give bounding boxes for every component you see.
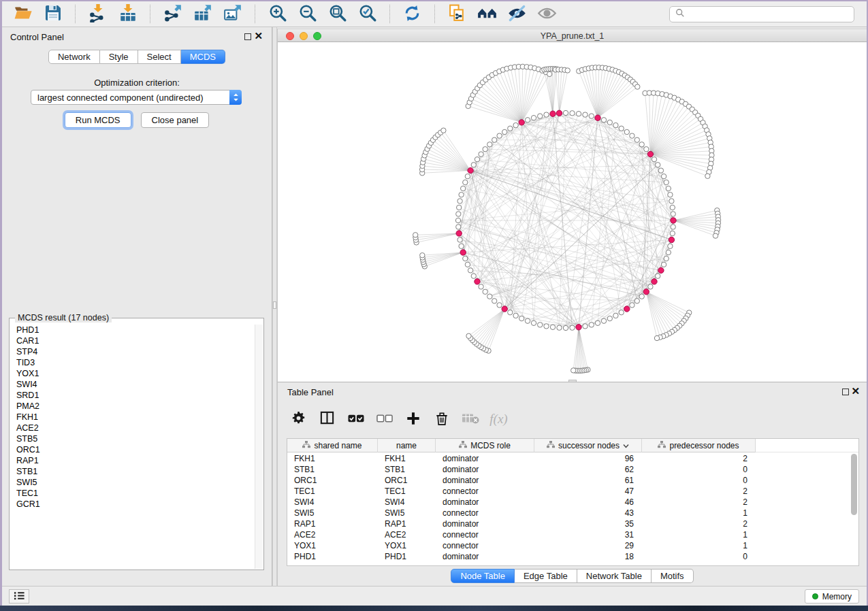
network-node[interactable] bbox=[634, 299, 639, 303]
column-header-predecessor-nodes[interactable]: predecessor nodes bbox=[642, 439, 756, 452]
tab-network[interactable]: Network bbox=[48, 50, 100, 64]
network-node[interactable] bbox=[550, 111, 556, 116]
network-node[interactable] bbox=[465, 262, 470, 267]
mcds-result-item[interactable]: RAP1 bbox=[10, 455, 255, 466]
network-node[interactable] bbox=[652, 157, 656, 162]
network-node[interactable] bbox=[595, 115, 600, 120]
network-edge[interactable] bbox=[673, 220, 717, 233]
export-table-button[interactable] bbox=[189, 3, 216, 25]
network-node[interactable] bbox=[619, 310, 624, 315]
mcds-result-item[interactable]: SWI4 bbox=[10, 379, 255, 390]
network-node[interactable] bbox=[475, 157, 479, 162]
network-node[interactable] bbox=[463, 256, 468, 261]
network-edge[interactable] bbox=[598, 80, 630, 118]
network-node[interactable] bbox=[668, 193, 673, 197]
criterion-select[interactable]: largest connected component (undirected) bbox=[31, 90, 242, 105]
network-node[interactable] bbox=[671, 218, 676, 223]
add-button[interactable] bbox=[402, 408, 424, 430]
network-node[interactable] bbox=[666, 250, 671, 254]
table-row[interactable]: TEC1TEC1connector472 bbox=[287, 486, 850, 497]
export-image-button[interactable] bbox=[219, 3, 246, 25]
network-edge[interactable] bbox=[481, 309, 505, 347]
network-node[interactable] bbox=[666, 186, 671, 191]
clone-network-button[interactable] bbox=[443, 3, 471, 25]
sort-direction-icon[interactable] bbox=[623, 441, 629, 450]
mcds-list-scrollbar[interactable] bbox=[255, 325, 263, 569]
vertical-splitter-handle[interactable] bbox=[273, 301, 276, 309]
table-row[interactable]: ORC1ORC1dominator610 bbox=[287, 475, 850, 486]
network-edge[interactable] bbox=[598, 84, 635, 118]
network-node[interactable] bbox=[456, 225, 461, 229]
network-node[interactable] bbox=[508, 126, 513, 131]
network-node[interactable] bbox=[420, 253, 425, 258]
network-edge[interactable] bbox=[422, 171, 470, 174]
delete-table-button[interactable] bbox=[459, 408, 481, 430]
network-node[interactable] bbox=[652, 279, 657, 284]
network-edge[interactable] bbox=[650, 138, 709, 154]
network-edge[interactable] bbox=[582, 70, 598, 118]
network-edge[interactable] bbox=[477, 88, 521, 122]
tab-motifs[interactable]: Motifs bbox=[652, 569, 694, 583]
network-edge[interactable] bbox=[598, 72, 619, 118]
network-edge[interactable] bbox=[477, 309, 504, 344]
network-edge[interactable] bbox=[579, 327, 583, 371]
network-edge[interactable] bbox=[673, 210, 717, 220]
network-node[interactable] bbox=[413, 233, 418, 237]
network-node[interactable] bbox=[619, 126, 624, 131]
network-edge[interactable] bbox=[664, 246, 670, 265]
network-node[interactable] bbox=[538, 114, 543, 118]
network-node[interactable] bbox=[497, 303, 502, 308]
tab-mcds[interactable]: MCDS bbox=[181, 50, 225, 64]
network-node[interactable] bbox=[639, 294, 644, 299]
table-row[interactable]: SWI5SWI5connector431 bbox=[287, 508, 850, 518]
network-node[interactable] bbox=[607, 120, 612, 125]
select-all-button[interactable] bbox=[344, 408, 367, 430]
network-edge[interactable] bbox=[486, 309, 504, 350]
network-node[interactable] bbox=[648, 284, 653, 289]
network-edge[interactable] bbox=[443, 131, 470, 171]
network-node[interactable] bbox=[457, 199, 462, 203]
network-edge[interactable] bbox=[470, 309, 504, 338]
close-panel-icon[interactable]: ✕ bbox=[254, 31, 263, 41]
network-node[interactable] bbox=[479, 152, 483, 156]
network-node[interactable] bbox=[487, 294, 492, 299]
table-row[interactable]: FKH1FKH1dominator962 bbox=[287, 453, 850, 464]
function-builder-button[interactable]: f(x) bbox=[487, 408, 510, 430]
network-node[interactable] bbox=[601, 118, 606, 122]
network-node[interactable] bbox=[670, 205, 675, 210]
network-node[interactable] bbox=[589, 323, 594, 327]
search-input[interactable] bbox=[688, 10, 848, 19]
network-node[interactable] bbox=[656, 163, 660, 167]
network-edge[interactable] bbox=[673, 220, 718, 227]
network-edge[interactable] bbox=[553, 69, 555, 114]
network-edge[interactable] bbox=[428, 149, 471, 171]
table-scrollbar-thumb[interactable] bbox=[851, 454, 857, 515]
network-edge[interactable] bbox=[646, 292, 677, 328]
network-node[interactable] bbox=[519, 120, 524, 125]
network-node[interactable] bbox=[661, 262, 666, 267]
float-table-panel-icon[interactable] bbox=[842, 389, 849, 395]
network-node[interactable] bbox=[668, 244, 673, 248]
network-node[interactable] bbox=[508, 310, 513, 315]
network-node[interactable] bbox=[644, 147, 649, 152]
mcds-result-item[interactable]: CAR1 bbox=[10, 335, 255, 346]
tab-edge-table[interactable]: Edge Table bbox=[515, 569, 577, 583]
network-node[interactable] bbox=[525, 118, 530, 122]
network-edge[interactable] bbox=[650, 95, 666, 154]
network-node[interactable] bbox=[513, 313, 518, 318]
network-edge[interactable] bbox=[463, 188, 598, 323]
mcds-result-item[interactable]: ORC1 bbox=[10, 444, 255, 455]
network-node[interactable] bbox=[547, 71, 552, 76]
network-node[interactable] bbox=[519, 316, 524, 320]
save-button[interactable] bbox=[39, 3, 67, 25]
network-node[interactable] bbox=[624, 129, 629, 134]
table-row[interactable]: ACE2ACE2connector311 bbox=[287, 529, 850, 540]
column-header-mcds-role[interactable]: MCDS role bbox=[436, 439, 534, 452]
search-box[interactable] bbox=[669, 6, 854, 22]
network-node[interactable] bbox=[556, 110, 562, 116]
network-node[interactable] bbox=[565, 68, 570, 73]
network-node[interactable] bbox=[544, 324, 549, 329]
network-node[interactable] bbox=[607, 316, 612, 320]
network-node[interactable] bbox=[570, 325, 575, 330]
network-edge[interactable] bbox=[560, 70, 565, 114]
